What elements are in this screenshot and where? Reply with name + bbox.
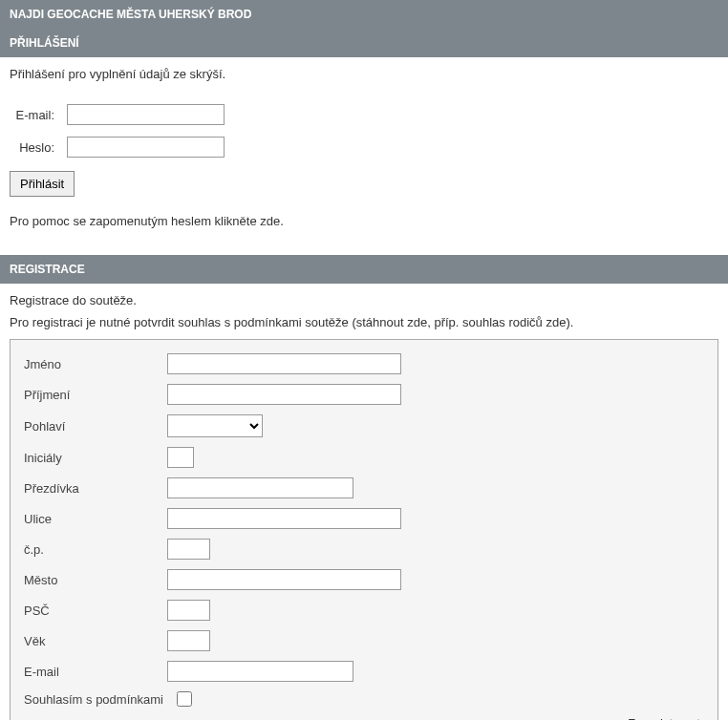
- zip-label: PSČ: [24, 604, 167, 618]
- street-input[interactable]: [167, 508, 401, 529]
- houseno-input[interactable]: [167, 539, 210, 560]
- password-label: Heslo:: [10, 131, 62, 163]
- city-label: Město: [24, 573, 167, 587]
- registration-intro-1: Registrace do soutěže.: [10, 293, 718, 307]
- register-button[interactable]: Zaregistrovat: [24, 716, 704, 720]
- firstname-label: Jméno: [24, 357, 167, 371]
- nickname-label: Přezdívka: [24, 481, 167, 496]
- age-label: Věk: [24, 634, 167, 648]
- gender-label: Pohlaví: [24, 419, 167, 434]
- houseno-label: č.p.: [24, 542, 167, 557]
- initials-label: Iniciály: [24, 451, 167, 465]
- email-label: E-mail:: [10, 98, 62, 131]
- login-heading: PŘIHLÁŠENÍ: [0, 29, 728, 57]
- age-input[interactable]: [167, 630, 210, 651]
- nickname-input[interactable]: [167, 477, 353, 498]
- firstname-input[interactable]: [167, 353, 401, 374]
- forgot-password-text[interactable]: Pro pomoc se zapomenutým heslem klikněte…: [10, 214, 718, 228]
- login-button[interactable]: Přihlásit: [10, 171, 75, 197]
- password-input[interactable]: [67, 137, 225, 158]
- lastname-label: Příjmení: [24, 388, 167, 402]
- registration-form: Jméno Příjmení Pohlaví Iniciály Přezdívk…: [10, 339, 718, 720]
- registration-heading: REGISTRACE: [0, 255, 728, 284]
- consent-label: Souhlasím s podmínkami: [24, 692, 163, 707]
- gender-select[interactable]: [167, 414, 263, 437]
- login-intro: Přihlášení pro vyplnění údajů ze skrýší.: [10, 67, 718, 81]
- main-header: NAJDI GEOCACHE MĚSTA UHERSKÝ BROD: [0, 0, 728, 29]
- email-input[interactable]: [67, 104, 225, 125]
- registration-intro-2: Pro registraci je nutné potvrdit souhlas…: [10, 315, 718, 329]
- email-reg-label: E-mail: [24, 665, 167, 679]
- initials-input[interactable]: [167, 447, 194, 468]
- lastname-input[interactable]: [167, 384, 401, 405]
- zip-input[interactable]: [167, 600, 210, 621]
- consent-checkbox[interactable]: [177, 691, 192, 707]
- email-reg-input[interactable]: [167, 661, 353, 682]
- city-input[interactable]: [167, 569, 401, 590]
- street-label: Ulice: [24, 512, 167, 526]
